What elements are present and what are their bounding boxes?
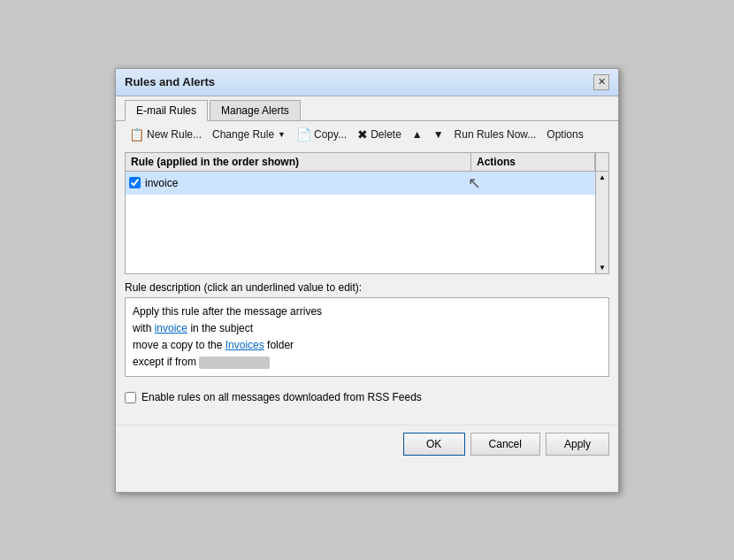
scrollbar-spacer: [595, 153, 608, 171]
ok-button[interactable]: OK: [403, 433, 465, 456]
scroll-down-icon[interactable]: ▼: [597, 262, 608, 273]
rule-list-body: invoice ↖ ▲ ▼: [126, 172, 608, 273]
rule-name: invoice: [145, 177, 468, 189]
actions-column-header: Actions: [471, 153, 595, 171]
description-line4: except if from: [133, 354, 601, 371]
main-content: Rule (applied in the order shown) Action…: [116, 148, 618, 426]
description-section: Rule description (click an underlined va…: [125, 281, 609, 378]
close-button[interactable]: ✕: [593, 74, 609, 90]
cursor-icon: ↖: [468, 174, 481, 192]
vertical-scrollbar[interactable]: ▲ ▼: [595, 172, 608, 273]
description-line1: Apply this rule after the message arrive…: [133, 303, 601, 320]
scroll-up-icon[interactable]: ▲: [597, 172, 608, 183]
tab-email-rules[interactable]: E-mail Rules: [125, 100, 208, 121]
new-rule-icon: 📋: [129, 127, 144, 142]
rule-list-section: Rule (applied in the order shown) Action…: [125, 152, 609, 274]
rule-actions-cell: ↖: [468, 173, 592, 193]
description-line3: move a copy to the Invoices folder: [133, 337, 601, 354]
rule-list-header: Rule (applied in the order shown) Action…: [126, 153, 608, 172]
description-box: Apply this rule after the message arrive…: [125, 297, 609, 378]
change-rule-button[interactable]: Change Rule ▼: [208, 127, 290, 142]
blurred-email: [199, 357, 270, 369]
title-bar: Rules and Alerts ✕: [116, 69, 618, 96]
new-rule-button[interactable]: 📋 New Rule...: [125, 126, 206, 143]
options-button[interactable]: Options: [542, 127, 587, 142]
table-row[interactable]: invoice ↖: [126, 172, 595, 195]
dialog-title: Rules and Alerts: [125, 75, 215, 88]
tab-manage-alerts[interactable]: Manage Alerts: [210, 100, 301, 120]
rules-and-alerts-dialog: Rules and Alerts ✕ E-mail Rules Manage A…: [115, 68, 619, 493]
move-down-button[interactable]: ▼: [429, 127, 448, 142]
invoice-link[interactable]: invoice: [155, 322, 187, 334]
cancel-button[interactable]: Cancel: [470, 433, 540, 456]
rss-checkbox-row: Enable rules on all messages downloaded …: [125, 386, 609, 416]
rss-checkbox[interactable]: [125, 392, 136, 403]
copy-icon: 📄: [296, 127, 311, 142]
rule-checkbox[interactable]: [129, 177, 141, 188]
run-rules-now-button[interactable]: Run Rules Now...: [450, 127, 541, 142]
delete-icon: ✖: [357, 127, 368, 142]
toolbar: 📋 New Rule... Change Rule ▼ 📄 Copy... ✖ …: [116, 121, 618, 148]
change-rule-dropdown-icon: ▼: [278, 130, 286, 139]
footer-buttons: OK Cancel Apply: [116, 425, 618, 463]
copy-button[interactable]: 📄 Copy...: [292, 126, 351, 143]
rule-list-rows: invoice ↖: [126, 172, 595, 273]
description-line2: with invoice in the subject: [133, 320, 601, 337]
apply-button[interactable]: Apply: [546, 433, 609, 456]
move-up-button[interactable]: ▲: [408, 127, 427, 142]
rule-column-header: Rule (applied in the order shown): [126, 153, 471, 171]
invoices-folder-link[interactable]: Invoices: [226, 339, 264, 351]
tab-bar: E-mail Rules Manage Alerts: [116, 96, 618, 121]
delete-button[interactable]: ✖ Delete: [353, 126, 406, 143]
rss-label: Enable rules on all messages downloaded …: [141, 391, 422, 403]
description-label: Rule description (click an underlined va…: [125, 281, 609, 294]
